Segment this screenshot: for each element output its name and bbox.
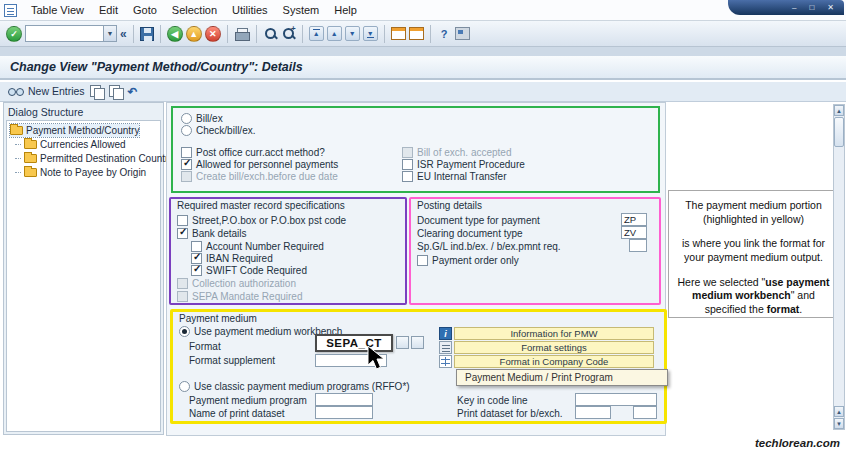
checkbox-row-bank-details[interactable]: Bank details [177, 227, 246, 240]
radio-row-check-bill-ex[interactable]: Check/bill/ex. [181, 124, 255, 137]
previous-page-icon[interactable]: ▲ [327, 26, 342, 41]
cancel-icon[interactable]: ✕ [205, 26, 221, 42]
checkbox[interactable] [177, 278, 188, 289]
tree-twig [15, 144, 21, 145]
close-icon[interactable]: ✕ [827, 4, 834, 12]
find-icon[interactable] [263, 26, 278, 41]
format-settings-icon[interactable] [439, 341, 452, 354]
new-entries-button[interactable]: New Entries [28, 86, 85, 97]
first-page-icon[interactable]: ▲ [309, 26, 324, 41]
radio[interactable] [181, 125, 192, 136]
radio-label: Bill/ex [196, 114, 223, 124]
checkbox-label: Allowed for personnel payments [196, 160, 338, 170]
checkbox[interactable] [181, 159, 192, 170]
radio[interactable] [179, 381, 190, 392]
command-dropdown-icon[interactable]: ▼ [103, 26, 116, 41]
create-shortcut-icon[interactable] [409, 27, 424, 40]
menu-edit[interactable]: Edit [92, 1, 125, 19]
menu-goto[interactable]: Goto [126, 1, 164, 19]
menu-selection[interactable]: Selection [165, 1, 224, 19]
menu-table-view[interactable]: Table View [24, 1, 91, 19]
checkbox-row-collection-authorization[interactable]: Collection authorization [177, 277, 296, 290]
information-for-pmw-button[interactable]: Information for PMW [454, 327, 654, 340]
checkbox-row-sepa-mandate-required[interactable]: SEPA Mandate Required [177, 290, 302, 303]
tree-item-payment-method-country[interactable]: Payment Method/Country [10, 124, 139, 137]
spgl-ind-field[interactable] [629, 239, 647, 252]
menu-system[interactable]: System [276, 1, 327, 19]
checkbox[interactable] [402, 159, 413, 170]
content-area: Dialog Structure Payment Method/Country … [0, 102, 846, 438]
scrollbar-thumb[interactable] [834, 117, 844, 147]
restore-icon[interactable]: □ [809, 4, 814, 12]
checkbox[interactable] [191, 265, 202, 276]
format-matchcode-icon[interactable] [396, 336, 409, 349]
tree-item-currencies-allowed[interactable]: Currencies Allowed [15, 138, 126, 151]
field-label-clearing-document-type: Clearing document type [417, 227, 523, 240]
company-code-table-icon[interactable] [439, 355, 452, 368]
checkbox-row-payment-order-only[interactable]: Payment order only [417, 254, 519, 267]
checkbox[interactable] [177, 215, 188, 226]
enter-icon[interactable]: ✓ [6, 26, 22, 42]
scroll-down-icon[interactable]: ▼ [834, 418, 844, 429]
radio-row-classic-payment-programs[interactable]: Use classic payment medium programs (RFF… [179, 380, 410, 393]
back-icon[interactable]: ◀ [167, 26, 183, 42]
vertical-scrollbar[interactable]: ▲ ▲ ▼ [833, 104, 845, 430]
delete-entry-icon[interactable] [109, 85, 123, 98]
tree-item-permitted-destination-countries[interactable]: Permitted Destination Countries [15, 152, 181, 165]
exit-icon[interactable]: ▲ [186, 26, 202, 42]
command-input[interactable]: ▼ [25, 25, 117, 42]
folder-icon [24, 154, 37, 163]
posting-details-group-title: Posting details [417, 200, 482, 211]
display-change-icon[interactable] [8, 86, 23, 98]
menu-utilities[interactable]: Utilities [225, 1, 274, 19]
checkbox[interactable] [177, 291, 188, 302]
print-dataset-bexch-field-2[interactable] [633, 406, 657, 419]
checkbox[interactable] [402, 171, 413, 182]
help-icon[interactable]: ? [437, 26, 452, 41]
radio-label: Check/bill/ex. [196, 126, 255, 136]
undo-icon[interactable]: ↶ [128, 86, 138, 98]
format-display-icon[interactable] [411, 336, 424, 349]
new-session-icon[interactable] [391, 27, 406, 40]
clearing-document-type-field[interactable]: ZV [621, 226, 647, 239]
checkbox[interactable] [417, 255, 428, 266]
print-icon[interactable] [234, 27, 250, 41]
system-menu-icon[interactable] [4, 4, 17, 17]
format-in-company-code-button[interactable]: Format in Company Code [454, 355, 654, 368]
checkbox-row-street-pobox[interactable]: Street,P.O.box or P.O.box pst code [177, 214, 346, 227]
annotation-line-1: The payment medium portion (highlighted … [674, 199, 833, 226]
find-next-icon[interactable]: + [281, 26, 296, 41]
checkbox-row-swift-code-required[interactable]: SWIFT Code Required [191, 264, 307, 277]
key-in-code-line-field[interactable] [575, 393, 657, 406]
copy-as-icon[interactable] [90, 85, 104, 98]
customize-layout-icon[interactable] [455, 27, 470, 40]
format-settings-button[interactable]: Format settings [454, 341, 654, 354]
name-of-print-dataset-field[interactable] [315, 406, 373, 419]
radio[interactable] [179, 326, 190, 337]
radio[interactable] [181, 113, 192, 124]
collapse-icon[interactable]: « [120, 27, 127, 41]
checkbox[interactable] [402, 147, 413, 158]
print-dataset-bexch-field[interactable] [575, 406, 611, 419]
menu-help[interactable]: Help [327, 1, 364, 19]
save-icon[interactable] [140, 27, 154, 41]
payment-medium-program-field[interactable] [315, 393, 373, 406]
checkbox[interactable] [181, 171, 192, 182]
scroll-up-icon[interactable]: ▲ [834, 105, 844, 116]
sap-window: Table View Edit Goto Selection Utilities… [0, 0, 846, 449]
folder-icon [24, 168, 37, 177]
toolbar-separator [160, 25, 161, 43]
tree-item-label: Permitted Destination Countries [40, 154, 181, 164]
scroll-up-icon-2[interactable]: ▲ [834, 406, 844, 417]
checkbox[interactable] [177, 228, 188, 239]
checkbox-row-create-bill-exch[interactable]: Create bill/exch.before due date [181, 170, 338, 183]
last-page-icon[interactable]: ▼ [363, 26, 378, 41]
tree-item-note-to-payee-by-origin[interactable]: Note to Payee by Origin [15, 166, 146, 179]
checkbox-label: Street,P.O.box or P.O.box pst code [192, 216, 346, 226]
checkbox-row-eu-internal-transfer[interactable]: EU Internal Transfer [402, 170, 506, 183]
info-icon[interactable]: i [439, 327, 452, 340]
checkbox-label: Payment order only [432, 256, 519, 266]
next-page-icon[interactable]: ▼ [345, 26, 360, 41]
document-type-field[interactable]: ZP [621, 213, 647, 226]
minimize-icon[interactable]: – [792, 4, 796, 12]
